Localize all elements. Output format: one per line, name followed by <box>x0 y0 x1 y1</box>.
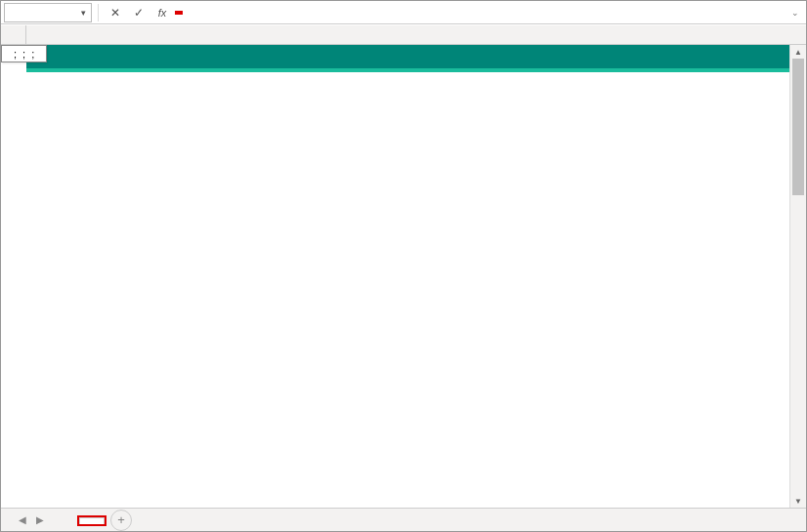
sheet-tab-bar: ◀ ▶ + <box>1 508 806 531</box>
cancel-button[interactable]: ✕ <box>105 3 126 22</box>
confirm-button[interactable]: ✓ <box>128 3 149 22</box>
name-box-dropdown-icon[interactable]: ▾ <box>81 8 86 18</box>
insert-function-button[interactable]: fx <box>151 3 173 22</box>
function-arguments-tooltip[interactable]: ; ; ; <box>1 45 47 62</box>
new-sheet-button[interactable]: + <box>110 510 132 531</box>
sheet-tab-dados[interactable] <box>79 517 105 524</box>
divider <box>98 4 99 21</box>
rows <box>1 45 806 508</box>
sheet-tab-procv[interactable] <box>54 517 79 524</box>
sheet-next-icon[interactable]: ▶ <box>36 514 44 525</box>
select-all-corner[interactable] <box>1 25 26 44</box>
formula-input[interactable] <box>175 3 786 22</box>
sheet-nav-arrows[interactable]: ◀ ▶ <box>9 514 54 525</box>
name-box[interactable]: ▾ <box>4 3 92 22</box>
worksheet-grid[interactable]: ; ; ; <box>1 25 806 508</box>
expand-formula-bar-icon[interactable]: ⌄ <box>787 8 803 18</box>
column-headers <box>1 25 806 45</box>
scrollbar-thumb[interactable] <box>792 59 804 195</box>
formula-text-highlight <box>175 11 183 15</box>
formula-bar: ▾ ✕ ✓ fx ⌄ <box>1 1 806 24</box>
vertical-scrollbar[interactable]: ▲ ▼ <box>789 45 806 508</box>
scroll-down-icon[interactable]: ▼ <box>790 494 806 508</box>
scroll-up-icon[interactable]: ▲ <box>790 45 806 59</box>
sheet-prev-icon[interactable]: ◀ <box>19 514 26 525</box>
